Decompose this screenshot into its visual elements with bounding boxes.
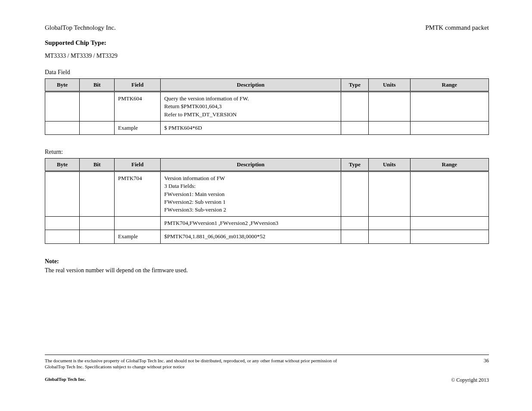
table-cell [410, 121, 488, 134]
footer-company: GlobalTop Tech Inc. [45, 377, 86, 382]
table-cell: $ PMTK604*6D [161, 121, 341, 134]
header-right: PMTK command packet [426, 24, 489, 31]
table-cell [80, 217, 114, 230]
supported-chip-block: Supported Chip Type: MT3333 / MT3339 / M… [45, 39, 489, 59]
table1-caption: Data Field [45, 69, 489, 76]
col-field: Field [114, 159, 160, 171]
col-byte: Byte [45, 159, 80, 171]
table-cell [369, 230, 411, 243]
table-cell [80, 92, 114, 121]
table-cell: Example [114, 121, 160, 134]
table-cell [80, 121, 114, 134]
table-cell [114, 217, 160, 230]
col-bit: Bit [80, 79, 114, 92]
table-cell: $PMTK704,1.881_06,0606_m0138,0000*52 [161, 230, 341, 243]
table-cell [341, 217, 368, 230]
table-cell [341, 92, 368, 121]
footer-copyright: © Copyright 2013 [451, 377, 489, 383]
table-cell [410, 92, 488, 121]
col-range: Range [410, 79, 488, 92]
table-cell: PMTK604 [114, 92, 160, 121]
table-cell [45, 121, 80, 134]
table-cell [369, 217, 411, 230]
footer-page: 36 [484, 358, 489, 364]
table-cell: PMTK704 [114, 171, 160, 217]
col-desc: Description [161, 159, 341, 171]
table-cell: Version information of FW3 Data Fields:F… [161, 171, 341, 217]
col-units: Units [369, 79, 411, 92]
table-row: PMTK704Version information of FW3 Data F… [45, 171, 489, 217]
table-row: Example$PMTK704,1.881_06,0606_m0138,0000… [45, 230, 489, 243]
table-cell [410, 171, 488, 217]
page-footer: The document is the exclusive property o… [45, 355, 489, 383]
table-row: PMTK704,FWversion1 ,FWversion2 ,FWversio… [45, 217, 489, 230]
table-cell [341, 171, 368, 217]
table2-caption: Return: [45, 149, 489, 156]
table-cell [341, 121, 368, 134]
data-field-table: Byte Bit Field Description Type Units Ra… [45, 78, 489, 135]
table-cell: Example [114, 230, 160, 243]
table-cell [341, 230, 368, 243]
col-range: Range [410, 159, 488, 171]
table-header-row: Byte Bit Field Description Type Units Ra… [45, 159, 489, 171]
table-cell [80, 171, 114, 217]
table-cell [369, 92, 411, 121]
table-cell [45, 171, 80, 217]
page-header: GlobalTop Technology Inc. PMTK command p… [45, 24, 489, 31]
col-type: Type [341, 159, 368, 171]
table-cell: PMTK704,FWversion1 ,FWversion2 ,FWversio… [161, 217, 341, 230]
table-cell [410, 217, 488, 230]
col-units: Units [369, 159, 411, 171]
return-table: Byte Bit Field Description Type Units Ra… [45, 158, 489, 244]
table-cell [410, 230, 488, 243]
table-cell [369, 171, 411, 217]
table-cell [80, 230, 114, 243]
header-left: GlobalTop Technology Inc. [45, 24, 116, 31]
col-byte: Byte [45, 79, 80, 92]
table-row: Example$ PMTK604*6D [45, 121, 489, 134]
table-cell [45, 217, 80, 230]
notes-body: The real version number will depend on t… [45, 266, 489, 275]
table-cell [369, 121, 411, 134]
footer-doc: The document is the exclusive property o… [45, 358, 337, 369]
col-type: Type [341, 79, 368, 92]
supported-chip-title: Supported Chip Type: [45, 39, 489, 47]
table-cell [45, 230, 80, 243]
col-bit: Bit [80, 159, 114, 171]
table-header-row: Byte Bit Field Description Type Units Ra… [45, 79, 489, 92]
col-field: Field [114, 79, 160, 92]
table-cell: Query the version information of FW.Retu… [161, 92, 341, 121]
col-desc: Description [161, 79, 341, 92]
notes-title: Note: [45, 257, 489, 266]
supported-chip-body: MT3333 / MT3339 / MT3329 [45, 53, 489, 59]
notes-block: Note: The real version number will depen… [45, 257, 489, 275]
table-cell [45, 92, 80, 121]
table-row: PMTK604Query the version information of … [45, 92, 489, 121]
